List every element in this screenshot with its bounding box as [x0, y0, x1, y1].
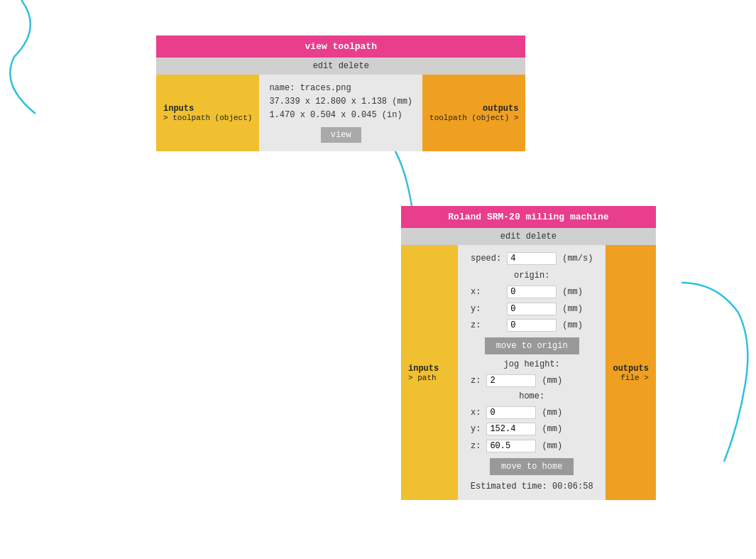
node2-speed-input[interactable] — [507, 252, 557, 265]
node2-estimated-time: Estimated time: 00:06:58 — [468, 479, 596, 495]
node2-z-input[interactable] — [507, 319, 557, 332]
node2-outputs-value: file > — [613, 374, 648, 382]
node2-home-x-unit: (mm) — [539, 405, 565, 422]
node2-jog-z-unit: (mm) — [539, 373, 565, 390]
node2-home-x-input[interactable] — [486, 406, 536, 419]
node2-inputs-value: > path — [408, 374, 451, 382]
node2-outputs-port[interactable]: outputs file > — [606, 245, 655, 500]
node1-content: name: traces.png 37.339 x 12.800 x 1.138… — [259, 75, 422, 151]
node2-z-unit: (mm) — [559, 318, 596, 335]
node1-edit-label: edit delete — [313, 61, 369, 71]
move-to-origin-button[interactable]: move to origin — [485, 337, 579, 354]
node1-filename: name: traces.png — [269, 82, 412, 95]
node1-inputs-port[interactable]: inputs > toolpath (object) — [156, 75, 259, 151]
node2-jog-z-input[interactable] — [486, 374, 536, 387]
move-to-home-button[interactable]: move to home — [490, 458, 574, 475]
node2-speed-label: speed: — [468, 251, 504, 268]
node2-inputs-label: inputs — [408, 364, 451, 374]
node2-title[interactable]: Roland SRM-20 milling machine — [401, 206, 656, 228]
node2-jog-z-label: z: — [468, 373, 483, 390]
node2-home-z-input[interactable] — [486, 440, 536, 452]
node2-x-unit: (mm) — [559, 284, 596, 301]
node2-home-y-input[interactable] — [486, 423, 536, 435]
node2-edit-label: edit delete — [500, 232, 557, 241]
node1-outputs-label: outputs — [429, 104, 518, 114]
node2-origin-label: origin: — [468, 268, 596, 285]
node2-home-y-label: y: — [468, 421, 483, 438]
node2-y-label: y: — [468, 301, 504, 318]
node2-home-x-label: x: — [468, 405, 483, 422]
node1-view-button[interactable]: view — [321, 127, 361, 143]
node1-title[interactable]: view toolpath — [156, 36, 525, 58]
node2-subbar: edit delete — [401, 228, 656, 245]
node2-y-input[interactable] — [507, 303, 557, 315]
node2-home-label: home: — [468, 389, 596, 405]
node2-x-input[interactable] — [507, 286, 557, 298]
node2-home-y-unit: (mm) — [539, 421, 565, 438]
node1-subbar: edit delete — [156, 58, 525, 75]
node-roland-srm20: Roland SRM-20 milling machine edit delet… — [401, 206, 656, 500]
node-view-toolpath: view toolpath edit delete inputs > toolp… — [156, 36, 525, 151]
node2-x-label: x: — [468, 284, 504, 301]
node2-inputs-port[interactable]: inputs > path — [401, 245, 458, 500]
node2-z-label: z: — [468, 318, 504, 335]
node2-speed-unit: (mm/s) — [559, 251, 596, 268]
node2-jog-height-label: jog height: — [468, 357, 596, 373]
node1-dim-mm: 37.339 x 12.800 x 1.138 (mm) — [269, 95, 412, 109]
node1-inputs-value: > toolpath (object) — [163, 114, 252, 122]
node1-dim-in: 1.470 x 0.504 x 0.045 (in) — [269, 109, 412, 122]
node1-outputs-value: toolpath (object) > — [429, 114, 518, 122]
node1-inputs-label: inputs — [163, 104, 252, 114]
node2-content: speed: (mm/s) origin: x: (mm) — [458, 245, 606, 500]
node2-outputs-label: outputs — [613, 364, 648, 374]
node2-y-unit: (mm) — [559, 301, 596, 318]
node2-home-z-label: z: — [468, 438, 483, 455]
node2-home-z-unit: (mm) — [539, 438, 565, 455]
node1-outputs-port[interactable]: outputs toolpath (object) > — [422, 75, 525, 151]
